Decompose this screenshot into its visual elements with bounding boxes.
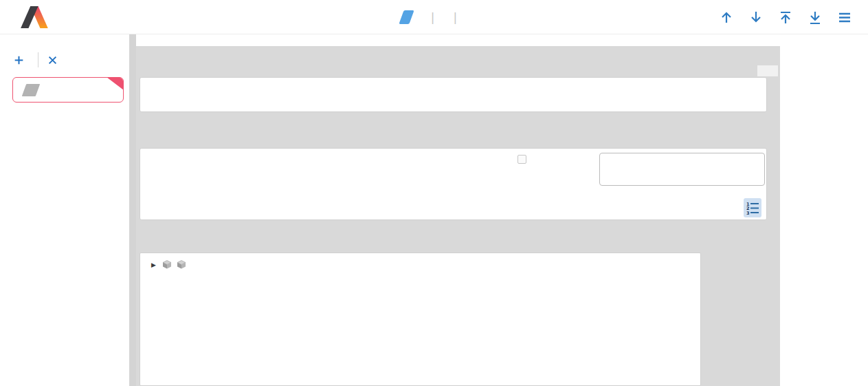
close-button[interactable] xyxy=(48,56,61,65)
tree-node-reldp[interactable]: ▶ xyxy=(140,253,700,270)
svg-text:3: 3 xyxy=(746,211,750,215)
right-action-panel xyxy=(780,34,868,386)
divider xyxy=(38,52,38,67)
sidebar-item-dokumenty[interactable] xyxy=(12,77,124,103)
compressed-checkbox[interactable] xyxy=(518,155,526,164)
document-parallelogram-icon xyxy=(22,84,41,96)
numbered-list-icon[interactable]: 1 2 3 xyxy=(744,198,761,217)
breadcrumb-separator: | xyxy=(454,10,457,25)
arrow-to-bottom-icon[interactable] xyxy=(807,9,823,25)
xml-tree-panel: ▶ xyxy=(140,253,701,386)
expand-icon[interactable]: ▶ xyxy=(151,261,156,268)
open-button[interactable] xyxy=(14,55,28,65)
close-icon xyxy=(48,56,57,65)
detail-tab-bar xyxy=(140,120,146,148)
app-parallelogram-icon xyxy=(399,10,414,24)
menu-icon[interactable] xyxy=(836,9,853,25)
sidebar-splitter[interactable] xyxy=(129,34,136,386)
document-header-panel xyxy=(140,77,767,112)
main-tab-bar xyxy=(136,46,758,76)
card-corner-fold xyxy=(107,77,124,90)
sidebar-actions xyxy=(14,52,61,67)
xml-node-icon xyxy=(176,259,187,270)
left-sidebar xyxy=(0,34,129,386)
abra-gen-window: | | xyxy=(0,0,868,386)
plus-icon xyxy=(14,55,24,65)
tab-scroll-left-icon[interactable] xyxy=(757,65,768,76)
top-header: | | xyxy=(0,0,868,34)
tab-scroll-right-icon[interactable] xyxy=(768,65,778,76)
xml-node-icon xyxy=(162,259,173,270)
preview-tab-bar xyxy=(140,222,146,253)
content-detail-panel: 1 2 3 xyxy=(140,148,767,220)
breadcrumb-separator: | xyxy=(431,10,434,25)
main-area: 1 2 3 ▶ xyxy=(136,46,780,386)
header-toolbar xyxy=(718,9,853,25)
arrow-up-icon[interactable] xyxy=(718,9,735,25)
tab-scroll xyxy=(757,65,778,76)
arrow-to-top-icon[interactable] xyxy=(777,9,794,25)
storage-groupbox xyxy=(599,153,765,186)
arrow-down-icon[interactable] xyxy=(748,9,764,25)
